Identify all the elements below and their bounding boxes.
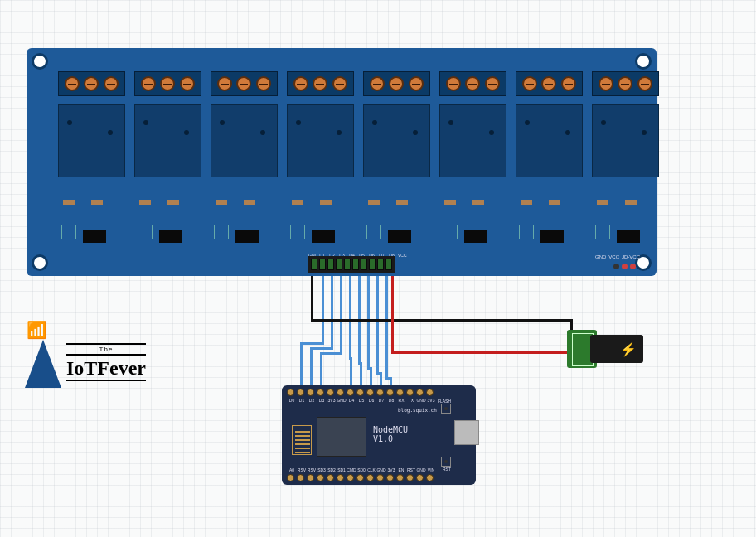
optocoupler-icon (312, 230, 335, 243)
resistor-icon (472, 200, 484, 205)
pin-label: 3V3 (327, 398, 337, 403)
wire (349, 276, 351, 357)
gpio-pin (327, 474, 334, 481)
logo-text: The IoTFever (66, 343, 146, 388)
logo-name: IoTFever (66, 357, 146, 381)
relay-channel (211, 71, 278, 177)
gpio-pin (287, 389, 294, 396)
wire (340, 276, 342, 352)
screw-terminal (522, 76, 537, 91)
channel-components (516, 200, 583, 243)
wire (311, 276, 313, 322)
terminal-block (439, 71, 506, 96)
opto-pad-icon (214, 225, 229, 239)
resistor-icon (625, 200, 637, 205)
terminal-block (516, 71, 583, 96)
relay-body-icon (363, 104, 430, 177)
gpio-pin (406, 389, 414, 396)
rst-label: RST (443, 467, 451, 472)
optocoupler-icon (617, 230, 640, 243)
gpio-pin (406, 474, 414, 481)
pin-label: D3 (317, 398, 327, 403)
gpio-pin (416, 474, 424, 481)
pin-label: D4 (346, 398, 356, 403)
nodemcu-pins-bottom (287, 474, 434, 481)
pin-label: RST (406, 467, 416, 472)
gpio-pin (307, 389, 314, 396)
resistor-icon (216, 200, 227, 205)
relay-channel (439, 71, 506, 177)
optocoupler-icon (235, 230, 259, 243)
bolt-icon: ⚡ (620, 341, 637, 357)
screw-terminal (84, 76, 99, 91)
relay-body-icon (287, 104, 354, 177)
screw-terminal (104, 76, 119, 91)
screw-terminal (236, 76, 251, 91)
opto-pad-icon (595, 225, 610, 239)
screw-terminal (180, 76, 195, 91)
header-pin (385, 259, 392, 270)
pin-label: SD0 (356, 467, 366, 472)
wire (376, 276, 379, 372)
flash-button (441, 404, 451, 414)
channel-components (439, 200, 506, 243)
gpio-pin (356, 474, 364, 481)
gpio-pin (337, 474, 344, 481)
header-pin (344, 259, 351, 270)
board-version: V1.0 (373, 434, 408, 443)
resistor-icon (292, 200, 303, 205)
header-pin (352, 259, 359, 270)
gpio-pin (356, 389, 364, 396)
wifi-antenna-icon (292, 425, 312, 455)
relay-channel (363, 71, 430, 177)
dc-power-jack: ⚡ (567, 330, 650, 368)
gpio-pin (396, 389, 404, 396)
relay-channel (58, 71, 125, 177)
channel-components (592, 200, 659, 243)
pin-label: VCC (398, 253, 405, 258)
mast-icon (25, 340, 61, 388)
wire (391, 276, 394, 354)
pin-label: RSV (297, 467, 307, 472)
channel-components (211, 200, 278, 243)
gpio-pin (396, 474, 404, 481)
tower-icon: 📶 (25, 323, 61, 388)
opto-pad-icon (443, 225, 458, 239)
optocoupler-icon (540, 230, 564, 243)
screw-terminal (65, 76, 80, 91)
gpio-pin (297, 389, 304, 396)
relay-channel (516, 71, 583, 177)
gpio-pin (346, 389, 354, 396)
relay-channels (58, 71, 659, 177)
relay-power-pins (613, 264, 636, 269)
pin-label: RX (396, 398, 406, 403)
gpio-pin (337, 389, 344, 396)
reset-button (441, 457, 451, 467)
pin-label: D8 (386, 398, 396, 403)
pin-label: VIN (426, 467, 436, 472)
terminal-block (134, 71, 201, 96)
header-pin (369, 259, 376, 270)
pin-label: D1 (297, 398, 307, 403)
pin-label: EN (396, 467, 406, 472)
relay-body-icon (211, 104, 278, 177)
label-vcc: VCC (608, 254, 619, 259)
resistor-icon (167, 200, 179, 205)
wire (331, 276, 333, 347)
relay-components (58, 200, 659, 243)
screw-terminal (541, 76, 556, 91)
wire (322, 276, 324, 342)
nodemcu-labels-top: D0D1D2D33V3GNDD4D5D6D7D8RXTXGND3V3 (287, 398, 436, 403)
gpio-pin (426, 389, 434, 396)
power-pin (622, 264, 628, 269)
nodemcu-board: D0D1D2D33V3GNDD4D5D6D7D8RXTXGND3V3 A0RSV… (282, 385, 476, 485)
resistor-icon (91, 200, 103, 205)
optocoupler-icon (388, 230, 411, 243)
gpio-pin (426, 474, 434, 481)
gpio-pin (346, 474, 354, 481)
screw-terminal (446, 76, 461, 91)
iotfever-logo: 📶 The IoTFever (25, 313, 182, 388)
resistor-icon (521, 200, 532, 205)
gpio-pin (386, 474, 394, 481)
relay-board: GNDD1D2D3D4D5D6D7D8VCC GND VCC JD-VCC (27, 48, 657, 276)
